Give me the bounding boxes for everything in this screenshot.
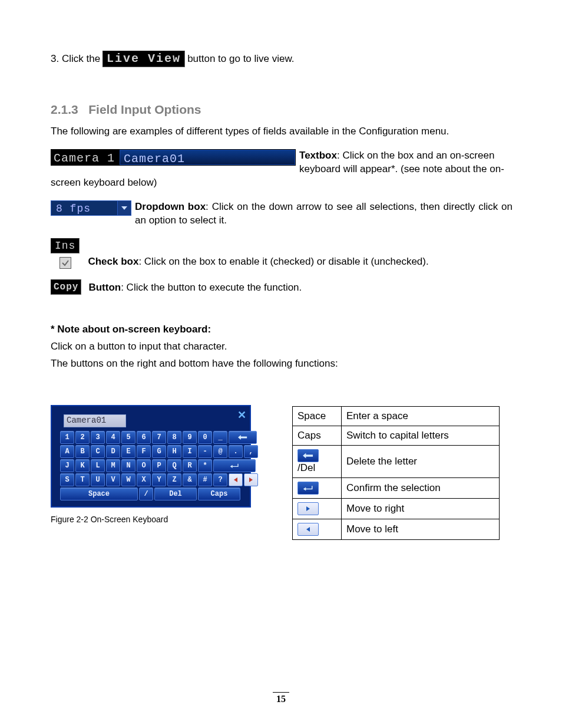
- key-m[interactable]: M: [106, 459, 120, 472]
- checkbox-widget[interactable]: Ins: [51, 238, 80, 269]
- note-line2: The buttons on the right and bottom have…: [51, 357, 513, 371]
- osk-row-3: J K L M N O P Q R *: [58, 459, 244, 472]
- key-space[interactable]: Space: [60, 487, 138, 500]
- fn-key-left: [293, 519, 342, 539]
- dropdown-value: 8 fps: [51, 201, 117, 215]
- fn-desc: Enter a space: [342, 406, 500, 426]
- key-4[interactable]: 4: [106, 431, 120, 444]
- checkbox-name: Check box: [88, 256, 138, 267]
- dropdown-item: 8 fps Dropdown box: Click on the down ar…: [51, 200, 513, 228]
- section-number: 2.1.3: [51, 103, 78, 116]
- osk-input[interactable]: Camera01: [64, 414, 126, 427]
- key-dash[interactable]: -: [198, 445, 212, 458]
- key-q[interactable]: Q: [167, 459, 181, 472]
- table-row: Space Enter a space: [293, 406, 500, 426]
- key-hash[interactable]: #: [198, 473, 212, 486]
- key-d[interactable]: D: [106, 445, 120, 458]
- key-p[interactable]: P: [152, 459, 166, 472]
- svg-marker-2: [234, 477, 237, 482]
- checkbox-label: Ins: [51, 238, 80, 253]
- key-c[interactable]: C: [91, 445, 105, 458]
- fn-key-caps: Caps: [293, 426, 342, 445]
- key-b[interactable]: B: [75, 445, 90, 458]
- osk-row-2: A B C D E F G H I - @ . ,: [58, 445, 244, 458]
- arrow-left-icon[interactable]: [229, 473, 243, 486]
- key-comma[interactable]: ,: [244, 445, 258, 458]
- key-qmark[interactable]: ?: [213, 473, 227, 486]
- fn-del-text: /Del: [297, 462, 315, 473]
- key-7[interactable]: 7: [152, 431, 166, 444]
- key-o[interactable]: O: [137, 459, 151, 472]
- key-j[interactable]: J: [60, 459, 74, 472]
- fn-key-del: /Del: [293, 445, 342, 477]
- key-r[interactable]: R: [183, 459, 197, 472]
- key-u[interactable]: U: [91, 473, 105, 486]
- backspace-icon[interactable]: [229, 431, 257, 444]
- note-heading: * Note about on-screen keyboard:: [51, 323, 513, 337]
- key-5[interactable]: 5: [121, 431, 135, 444]
- checkbox-box[interactable]: [59, 257, 71, 269]
- figure-caption: Figure 2-2 On-Screen Keyboard: [51, 515, 251, 524]
- key-underscore[interactable]: _: [213, 431, 227, 444]
- key-3[interactable]: 3: [91, 431, 105, 444]
- key-0[interactable]: 0: [198, 431, 212, 444]
- key-s[interactable]: S: [60, 473, 74, 486]
- fn-desc: Move to left: [342, 519, 500, 539]
- key-h[interactable]: H: [167, 445, 181, 458]
- key-del[interactable]: Del: [154, 487, 197, 500]
- key-a[interactable]: A: [60, 445, 74, 458]
- svg-marker-6: [306, 527, 310, 532]
- fn-desc: Delete the letter: [342, 445, 500, 477]
- key-t[interactable]: T: [75, 473, 90, 486]
- checkbox-desc: : Click on the box to enable it (checked…: [138, 256, 428, 267]
- key-i[interactable]: I: [183, 445, 197, 458]
- step3-post: button to go to live view.: [187, 53, 294, 65]
- key-v[interactable]: V: [106, 473, 120, 486]
- key-caps[interactable]: Caps: [198, 487, 240, 500]
- section-heading: 2.1.3 Field Input Options: [51, 103, 513, 117]
- key-9[interactable]: 9: [183, 431, 197, 444]
- key-y[interactable]: Y: [152, 473, 166, 486]
- chevron-down-icon[interactable]: [117, 201, 131, 215]
- key-slash[interactable]: /: [139, 487, 153, 500]
- step-3-line: 3. Click the Live View button to go to l…: [51, 51, 513, 67]
- osk-row-4: S T U V W X Y Z & # ?: [58, 473, 244, 486]
- key-x[interactable]: X: [137, 473, 151, 486]
- textbox-value[interactable]: Camera01: [120, 150, 295, 165]
- close-icon[interactable]: ✕: [237, 409, 246, 421]
- key-g[interactable]: G: [152, 445, 166, 458]
- osk-row-1: 1 2 3 4 5 6 7 8 9 0 _: [58, 431, 244, 444]
- key-n[interactable]: N: [121, 459, 135, 472]
- textbox-widget[interactable]: Camera 1 Camera01: [51, 149, 296, 166]
- button-desc: : Click the button to execute the functi…: [121, 282, 302, 293]
- table-row: Move to right: [293, 498, 500, 519]
- live-view-button[interactable]: Live View: [103, 51, 185, 67]
- key-z[interactable]: Z: [167, 473, 181, 486]
- key-w[interactable]: W: [121, 473, 135, 486]
- copy-button[interactable]: Copy: [51, 279, 81, 295]
- key-f[interactable]: F: [137, 445, 151, 458]
- fn-key-right: [293, 498, 342, 519]
- key-1[interactable]: 1: [60, 431, 74, 444]
- key-l[interactable]: L: [91, 459, 105, 472]
- key-k[interactable]: K: [75, 459, 90, 472]
- on-screen-keyboard: ✕ Camera01 1 2 3 4 5 6 7 8 9 0 _: [51, 405, 251, 508]
- fn-desc: Switch to capital letters: [342, 426, 500, 445]
- key-e[interactable]: E: [121, 445, 135, 458]
- key-8[interactable]: 8: [167, 431, 181, 444]
- key-2[interactable]: 2: [75, 431, 90, 444]
- key-dot[interactable]: .: [229, 445, 243, 458]
- arrow-right-icon[interactable]: [244, 473, 258, 486]
- arrow-right-icon: [297, 502, 319, 515]
- fn-key-space: Space: [293, 406, 342, 426]
- key-6[interactable]: 6: [137, 431, 151, 444]
- key-amp[interactable]: &: [183, 473, 197, 486]
- key-star[interactable]: *: [198, 459, 212, 472]
- key-at[interactable]: @: [213, 445, 227, 458]
- dropdown-widget[interactable]: 8 fps: [51, 200, 131, 216]
- backspace-icon: [297, 449, 319, 462]
- section-title: Field Input Options: [88, 103, 201, 116]
- fn-key-enter: [293, 477, 342, 498]
- intro-paragraph: The following are examples of different …: [51, 125, 513, 139]
- enter-icon[interactable]: [213, 459, 256, 472]
